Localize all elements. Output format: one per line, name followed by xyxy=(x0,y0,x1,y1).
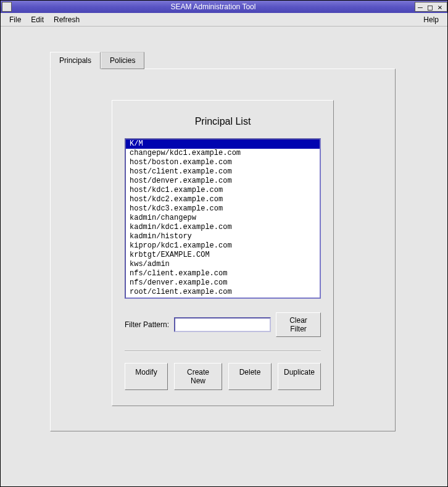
list-item[interactable]: host/kdc1.example.com xyxy=(126,186,320,195)
modify-button[interactable]: Modify xyxy=(125,363,168,390)
system-menu-icon[interactable] xyxy=(2,2,12,12)
menu-refresh[interactable]: Refresh xyxy=(49,14,85,25)
filter-input[interactable] xyxy=(174,317,271,332)
menu-edit[interactable]: Edit xyxy=(26,14,49,25)
application-window: SEAM Administration Tool – □ × File Edit… xyxy=(0,0,448,487)
menu-file[interactable]: File xyxy=(4,14,26,25)
action-row: Modify Create New Delete Duplicate xyxy=(125,363,321,390)
list-item[interactable]: host/kdc3.example.com xyxy=(126,204,320,214)
clear-filter-button[interactable]: Clear Filter xyxy=(276,312,321,337)
menu-help[interactable]: Help xyxy=(418,14,444,25)
list-item[interactable]: kws/admin xyxy=(126,260,320,269)
menubar: File Edit Refresh Help xyxy=(1,13,447,27)
list-item[interactable]: host/boston.example.com xyxy=(126,158,320,167)
titlebar: SEAM Administration Tool – □ × xyxy=(1,1,447,13)
filter-label: Filter Pattern: xyxy=(125,320,169,329)
create-new-button[interactable]: Create New xyxy=(174,363,222,390)
tab-body: Principal List K/Mchangepw/kdc1.example.… xyxy=(50,69,396,431)
list-item[interactable]: krbtgt/EXAMPLE.COM xyxy=(126,251,320,260)
minimize-icon[interactable]: – xyxy=(415,2,425,11)
delete-button[interactable]: Delete xyxy=(228,363,272,390)
list-item[interactable]: host/denver.example.com xyxy=(126,177,320,186)
filter-row: Filter Pattern: Clear Filter xyxy=(125,312,321,337)
window-title: SEAM Administration Tool xyxy=(12,2,415,11)
list-item[interactable]: host/kdc2.example.com xyxy=(126,195,320,204)
list-item[interactable]: root/client.example.com xyxy=(126,288,320,297)
tab-panel: Principals Policies Principal List K/Mch… xyxy=(50,51,396,431)
list-item[interactable]: nfs/client.example.com xyxy=(126,269,320,278)
list-item[interactable]: host/client.example.com xyxy=(126,167,320,177)
window-controls: – □ × xyxy=(415,2,447,12)
list-item[interactable]: nfs/denver.example.com xyxy=(126,278,320,288)
principal-panel: Principal List K/Mchangepw/kdc1.example.… xyxy=(112,100,334,406)
list-item[interactable]: kadmin/changepw xyxy=(126,214,320,223)
duplicate-button[interactable]: Duplicate xyxy=(278,363,321,390)
list-item[interactable]: K/M xyxy=(126,139,320,149)
tab-principals[interactable]: Principals xyxy=(50,52,101,69)
close-icon[interactable]: × xyxy=(435,2,445,11)
principal-listbox[interactable]: K/Mchangepw/kdc1.example.comhost/boston.… xyxy=(125,138,321,299)
list-item[interactable]: kadmin/kdc1.example.com xyxy=(126,223,320,232)
list-item[interactable]: changepw/kdc1.example.com xyxy=(126,149,320,158)
maximize-icon[interactable]: □ xyxy=(425,2,435,11)
tab-policies[interactable]: Policies xyxy=(101,52,144,69)
content-area: Principals Policies Principal List K/Mch… xyxy=(1,27,447,486)
tab-row: Principals Policies xyxy=(50,51,396,69)
list-item[interactable]: kiprop/kdc1.example.com xyxy=(126,241,320,251)
separator xyxy=(125,351,321,352)
list-item[interactable]: kadmin/history xyxy=(126,232,320,241)
principal-list-heading: Principal List xyxy=(125,116,321,127)
